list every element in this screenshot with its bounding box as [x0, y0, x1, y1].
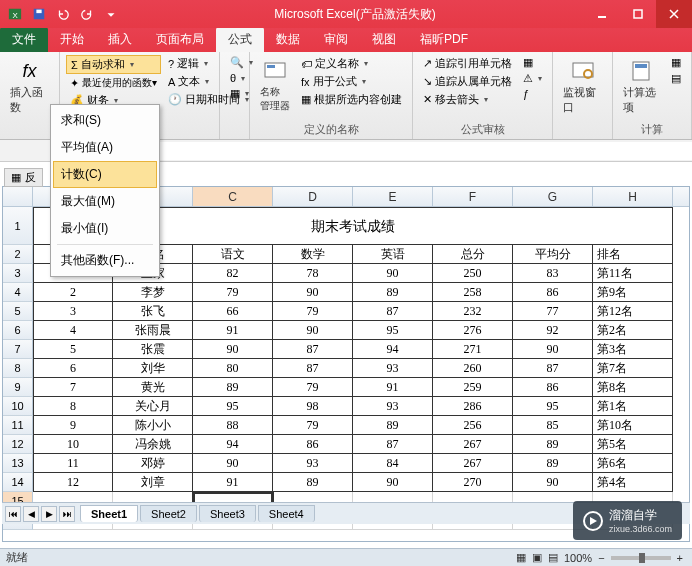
row-head-14[interactable]: 14 — [3, 473, 33, 492]
calculate-sheet-button[interactable]: ▤ — [667, 71, 685, 86]
data-cell[interactable]: 82 — [193, 264, 273, 283]
data-cell[interactable]: 黄光 — [113, 378, 193, 397]
zoom-in-button[interactable]: + — [677, 552, 683, 564]
data-cell[interactable]: 90 — [193, 340, 273, 359]
col-F[interactable]: F — [433, 187, 513, 206]
calculate-now-button[interactable]: ▦ — [667, 55, 685, 70]
use-in-formula-button[interactable]: fx用于公式▾ — [297, 73, 406, 90]
data-cell[interactable]: 78 — [273, 264, 353, 283]
tab-file[interactable]: 文件 — [0, 27, 48, 52]
data-cell[interactable]: 张雨晨 — [113, 321, 193, 340]
data-cell[interactable]: 刘华 — [113, 359, 193, 378]
data-cell[interactable]: 95 — [353, 321, 433, 340]
data-cell[interactable]: 2 — [33, 283, 113, 302]
error-check-button[interactable]: ⚠▾ — [519, 71, 546, 86]
data-cell[interactable]: 邓婷 — [113, 454, 193, 473]
row-head-12[interactable]: 12 — [3, 435, 33, 454]
data-cell[interactable]: 79 — [273, 416, 353, 435]
name-manager-button[interactable]: 名称管理器 — [256, 55, 294, 115]
sheet-tab-2[interactable]: Sheet2 — [140, 505, 197, 522]
data-cell[interactable]: 7 — [33, 378, 113, 397]
col-C[interactable]: C — [193, 187, 273, 206]
header-cell[interactable]: 语文 — [193, 245, 273, 264]
tab-home[interactable]: 开始 — [48, 27, 96, 52]
data-cell[interactable]: 91 — [193, 321, 273, 340]
row-head-9[interactable]: 9 — [3, 378, 33, 397]
data-cell[interactable]: 冯余姚 — [113, 435, 193, 454]
zoom-level[interactable]: 100% — [564, 552, 592, 564]
data-cell[interactable]: 90 — [513, 473, 593, 492]
data-cell[interactable]: 267 — [433, 435, 513, 454]
data-cell[interactable]: 286 — [433, 397, 513, 416]
data-cell[interactable]: 4 — [33, 321, 113, 340]
header-cell[interactable]: 总分 — [433, 245, 513, 264]
sheet-nav-prev[interactable]: ◀ — [23, 506, 39, 522]
row-head-1[interactable]: 1 — [3, 207, 33, 245]
data-cell[interactable]: 93 — [273, 454, 353, 473]
data-cell[interactable]: 276 — [433, 321, 513, 340]
data-cell[interactable]: 10 — [33, 435, 113, 454]
data-cell[interactable]: 256 — [433, 416, 513, 435]
data-cell[interactable]: 刘章 — [113, 473, 193, 492]
data-cell[interactable]: 66 — [193, 302, 273, 321]
data-cell[interactable]: 79 — [193, 283, 273, 302]
trace-dependents-button[interactable]: ↘追踪从属单元格 — [419, 73, 516, 90]
tab-review[interactable]: 审阅 — [312, 27, 360, 52]
data-cell[interactable]: 259 — [433, 378, 513, 397]
data-cell[interactable]: 87 — [353, 435, 433, 454]
data-cell[interactable]: 84 — [353, 454, 433, 473]
qat-customize-icon[interactable] — [100, 4, 122, 24]
data-cell[interactable]: 第7名 — [593, 359, 673, 378]
data-cell[interactable]: 87 — [273, 359, 353, 378]
zoom-slider[interactable] — [611, 556, 671, 560]
data-cell[interactable]: 第11名 — [593, 264, 673, 283]
show-formulas-button[interactable]: ▦ — [519, 55, 546, 70]
data-cell[interactable]: 89 — [193, 378, 273, 397]
tab-data[interactable]: 数据 — [264, 27, 312, 52]
data-cell[interactable]: 271 — [433, 340, 513, 359]
define-name-button[interactable]: 🏷定义名称▾ — [297, 55, 406, 72]
calc-options-button[interactable]: 计算选项 — [619, 55, 664, 117]
data-cell[interactable]: 93 — [353, 397, 433, 416]
data-cell[interactable]: 83 — [513, 264, 593, 283]
data-cell[interactable]: 6 — [33, 359, 113, 378]
tab-layout[interactable]: 页面布局 — [144, 27, 216, 52]
data-cell[interactable]: 86 — [273, 435, 353, 454]
sheet-nav-last[interactable]: ⏭ — [59, 506, 75, 522]
data-cell[interactable]: 第1名 — [593, 397, 673, 416]
data-cell[interactable]: 86 — [513, 378, 593, 397]
row-head-6[interactable]: 6 — [3, 321, 33, 340]
data-cell[interactable]: 9 — [33, 416, 113, 435]
data-cell[interactable]: 258 — [433, 283, 513, 302]
menu-more-functions[interactable]: 其他函数(F)... — [53, 247, 157, 274]
data-cell[interactable]: 93 — [353, 359, 433, 378]
data-cell[interactable]: 第9名 — [593, 283, 673, 302]
data-cell[interactable]: 第6名 — [593, 454, 673, 473]
data-cell[interactable]: 90 — [353, 473, 433, 492]
row-head-10[interactable]: 10 — [3, 397, 33, 416]
sheet-tab-3[interactable]: Sheet3 — [199, 505, 256, 522]
data-cell[interactable]: 陈小小 — [113, 416, 193, 435]
zoom-out-button[interactable]: − — [598, 552, 604, 564]
data-cell[interactable]: 95 — [513, 397, 593, 416]
view-pagebreak-icon[interactable]: ▤ — [548, 551, 558, 564]
data-cell[interactable]: 91 — [193, 473, 273, 492]
close-button[interactable] — [656, 0, 692, 28]
sheet-tab-1[interactable]: Sheet1 — [80, 505, 138, 522]
data-cell[interactable]: 77 — [513, 302, 593, 321]
insert-function-button[interactable]: fx 插入函数 — [6, 55, 53, 117]
menu-count[interactable]: 计数(C) — [53, 161, 157, 188]
row-head-8[interactable]: 8 — [3, 359, 33, 378]
data-cell[interactable]: 89 — [513, 435, 593, 454]
row-head-5[interactable]: 5 — [3, 302, 33, 321]
data-cell[interactable]: 李梦 — [113, 283, 193, 302]
watch-window-button[interactable]: 监视窗口 — [559, 55, 606, 117]
data-cell[interactable]: 第4名 — [593, 473, 673, 492]
data-cell[interactable]: 92 — [513, 321, 593, 340]
data-cell[interactable]: 87 — [353, 302, 433, 321]
data-cell[interactable]: 270 — [433, 473, 513, 492]
col-H[interactable]: H — [593, 187, 673, 206]
sheet-nav-first[interactable]: ⏮ — [5, 506, 21, 522]
data-cell[interactable]: 79 — [273, 378, 353, 397]
data-cell[interactable]: 8 — [33, 397, 113, 416]
